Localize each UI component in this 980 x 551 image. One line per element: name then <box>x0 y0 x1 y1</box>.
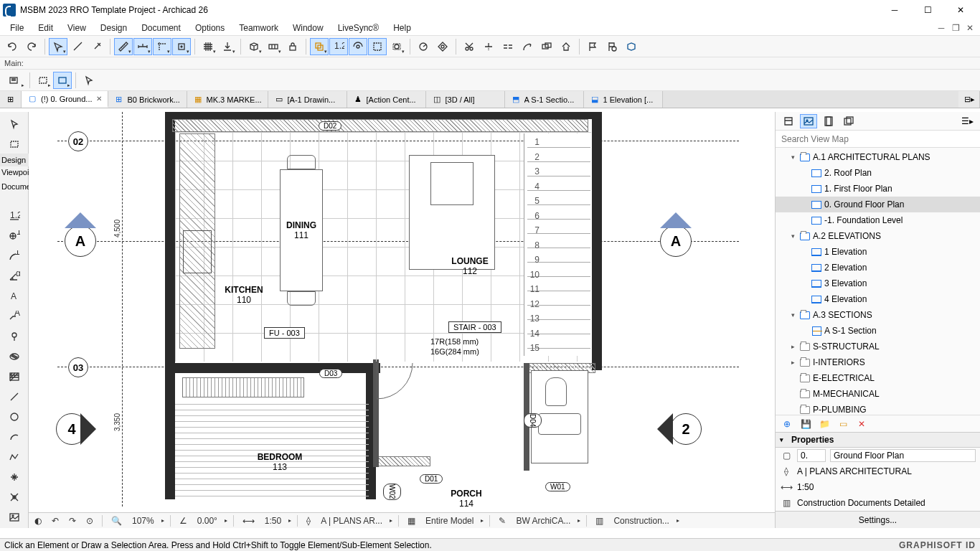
nav-publisher[interactable] <box>840 114 857 128</box>
nav-menu[interactable]: ☰▸ <box>958 114 976 128</box>
layer-combo[interactable]: A | PLANS ARCHITECTURAL <box>797 466 912 476</box>
zoom-prev-button[interactable]: ↶ <box>49 516 62 526</box>
lock-tool[interactable] <box>283 38 302 55</box>
scale-value[interactable]: 1:50 <box>797 482 814 492</box>
menu-livesync[interactable]: LiveSync® <box>331 20 387 35</box>
new-folder-button[interactable]: 📁 <box>817 418 831 430</box>
minimize-button[interactable]: ─ <box>878 0 911 20</box>
marquee-solid-button[interactable]: ▸ <box>53 72 72 89</box>
design-group-label[interactable]: Design <box>0 154 29 166</box>
zoom-value[interactable]: 107% <box>129 516 157 526</box>
tab-overflow[interactable]: ⊟▸ <box>958 91 980 108</box>
tree-item[interactable]: 3 Elevation <box>776 276 980 291</box>
half-button[interactable]: ◐ <box>32 516 44 526</box>
new-view-button[interactable]: ⊕ <box>780 418 794 430</box>
tree-item[interactable]: 2 Elevation <box>776 260 980 276</box>
drawing-canvas[interactable]: 02 03 A A 4 2 4,500 3,350 <box>29 112 775 528</box>
close-icon[interactable]: ✕ <box>96 95 102 103</box>
tab-drawing[interactable]: ▭ [A-1 Drawin... <box>268 91 347 108</box>
arc-tool[interactable] <box>2 428 27 446</box>
spline-tool[interactable] <box>2 468 27 486</box>
split-button[interactable] <box>499 38 517 55</box>
ruler-tool[interactable]: ▾ <box>114 38 133 55</box>
tab-action-center[interactable]: ♟ [Action Cent... <box>347 91 426 108</box>
menu-document[interactable]: Document <box>134 20 188 35</box>
tree-item[interactable]: ▸S-STRUCTURAL <box>776 339 980 354</box>
polygon-tool[interactable] <box>433 38 452 55</box>
text-tool[interactable]: A <box>2 287 27 306</box>
view-name-input[interactable] <box>830 449 976 462</box>
cut-button[interactable] <box>460 38 479 55</box>
document-group-label[interactable]: Docume <box>0 182 29 191</box>
mvo-value-qb[interactable]: Construction... <box>611 516 672 526</box>
tree-item[interactable]: M-MECHANICAL <box>776 386 980 402</box>
tree-item[interactable]: 1 Elevation <box>776 244 980 260</box>
angle-icon[interactable]: ∠ <box>176 516 190 526</box>
inner-minimize[interactable]: ─ <box>934 20 948 35</box>
tab-organizer[interactable]: ⊞ <box>0 91 22 108</box>
marquee-dash-button[interactable]: ▸ <box>34 72 52 89</box>
renovation-button[interactable] <box>349 38 367 55</box>
layer-value-qb[interactable]: A | PLANS AR... <box>318 516 385 526</box>
marker-tool[interactable] <box>2 327 27 346</box>
eyedropper-tool[interactable] <box>68 38 87 55</box>
grid-snap-button[interactable]: ▾ <box>199 38 217 55</box>
layer-icon-qb[interactable]: ⟠ <box>303 516 314 526</box>
wall-tool[interactable]: ▾ <box>264 38 283 55</box>
menu-window[interactable]: Window <box>286 20 331 35</box>
view-tree[interactable]: ▾A.1 ARCHITECTURAL PLANS2. Roof Plan1. F… <box>776 148 980 415</box>
view-id-input[interactable] <box>797 449 826 462</box>
tree-item[interactable]: A S-1 Section <box>776 323 980 339</box>
tab-marketing[interactable]: ▦ MK.3 MARKE... <box>187 91 268 108</box>
tree-item[interactable]: 1. First Floor Plan <box>776 181 980 197</box>
save-view-button[interactable]: 💾 <box>798 418 813 430</box>
radial-dimension-tool[interactable]: 1.2 <box>2 247 27 265</box>
menu-help[interactable]: Help <box>386 20 418 35</box>
pen-value-qb[interactable]: BW ArchiCA... <box>513 516 573 526</box>
tree-item[interactable]: ▾A.2 ELEVATIONS <box>776 228 980 244</box>
scale-value-qb[interactable]: 1:50 <box>262 516 284 526</box>
snap-tool[interactable]: ▾ <box>172 38 191 55</box>
teamwork-button[interactable] <box>622 38 641 55</box>
trim-button[interactable] <box>479 38 498 55</box>
clone-button[interactable]: ▭ <box>836 418 850 430</box>
tree-item[interactable]: ▸I-INTERIORS <box>776 354 980 370</box>
menu-options[interactable]: Options <box>188 20 232 35</box>
circle-tool[interactable] <box>414 38 433 55</box>
tab-3d[interactable]: ◫ [3D / All] <box>426 91 505 108</box>
inner-close[interactable]: ✕ <box>963 20 977 35</box>
tab-elevation[interactable]: ⬓ 1 Elevation [... <box>584 91 663 108</box>
gravity-button[interactable]: ▾ <box>218 38 237 55</box>
tree-item[interactable]: 4 Elevation <box>776 291 980 307</box>
graphisoft-id[interactable]: GRAPHISOFT ID <box>899 540 976 550</box>
zoom-fit-button[interactable]: ⊙ <box>83 516 96 526</box>
mvo-value[interactable]: Construction Documents Detailed <box>797 498 925 508</box>
angle-value[interactable]: 0.00° <box>194 516 220 526</box>
tab-section[interactable]: ⬒ A S-1 Sectio... <box>505 91 584 108</box>
menu-teamwork[interactable]: Teamwork <box>232 20 286 35</box>
menu-file[interactable]: File <box>3 20 31 35</box>
line-tool[interactable] <box>2 387 27 406</box>
favorites-button[interactable]: ▸ <box>3 72 26 89</box>
menu-design[interactable]: Design <box>93 20 134 35</box>
nav-view-map[interactable] <box>800 114 817 128</box>
level-dimension-tool[interactable]: 1.2 <box>2 227 27 245</box>
tree-item[interactable]: ▾A.3 SECTIONS <box>776 307 980 323</box>
tree-item[interactable]: 0. Ground Floor Plan <box>776 197 980 212</box>
undo-button[interactable] <box>3 38 22 55</box>
close-button[interactable]: ✕ <box>944 0 977 20</box>
tree-item[interactable]: P-PLUMBING <box>776 402 980 415</box>
redo-button[interactable] <box>22 38 41 55</box>
zoom-button[interactable]: 🔍 <box>108 516 125 526</box>
angle-dimension-tool[interactable]: α <box>2 267 27 286</box>
tab-brickwork[interactable]: ⊞ B0 Brickwork... <box>108 91 187 108</box>
label-tool[interactable]: A1 <box>2 307 27 326</box>
pen-icon-qb[interactable]: ✎ <box>496 516 509 526</box>
syringe-tool[interactable] <box>88 38 106 55</box>
model-value-qb[interactable]: Entire Model <box>423 516 476 526</box>
tree-item[interactable]: -1. Foundation Level <box>776 212 980 228</box>
tree-item[interactable]: E-ELECTRICAL <box>776 370 980 386</box>
zoom-next-button[interactable]: ↷ <box>66 516 79 526</box>
properties-header[interactable]: ▾Properties <box>776 432 980 448</box>
partial-display-button[interactable]: ▾ <box>387 38 406 55</box>
